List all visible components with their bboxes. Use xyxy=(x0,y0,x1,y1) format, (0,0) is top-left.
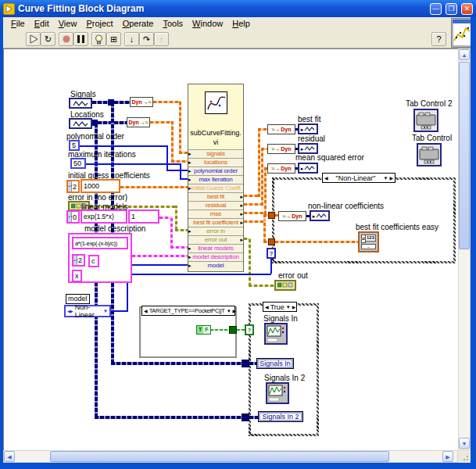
signals-in-chart-terminal[interactable] xyxy=(264,323,288,345)
case-selector-true[interactable]: ◀ True ▼ ▶ xyxy=(263,302,297,312)
scroll-down-button[interactable]: ▼ xyxy=(459,438,470,449)
subvi-row-best-fit[interactable]: best fit▸ xyxy=(188,192,243,201)
title-bar[interactable]: Curve Fitting Block Diagram — ❐ ✕ xyxy=(0,0,476,17)
subvi-row-model-description[interactable]: ▸model description xyxy=(188,252,243,261)
subvi-row-model[interactable]: ▸model xyxy=(188,261,243,270)
case-selector-terminal[interactable]: ? xyxy=(267,248,276,259)
vi-icon[interactable] xyxy=(451,18,473,48)
convert-from-dynamic-node[interactable]: Dyn→≈ xyxy=(130,97,153,107)
max-iterations-control[interactable]: 50 xyxy=(70,158,86,169)
scroll-up-button[interactable]: ▲ xyxy=(459,49,470,60)
pause-button[interactable] xyxy=(73,32,88,46)
best-fit-indicator[interactable]: ▸ xyxy=(298,124,318,134)
menu-help[interactable]: Help xyxy=(227,18,255,29)
convert-to-dynamic-node[interactable]: ≈→Dyn xyxy=(267,144,295,154)
prev-case-icon[interactable]: ◀ xyxy=(265,305,269,310)
model-description-variable[interactable]: x xyxy=(72,270,82,282)
mse-indicator[interactable]: ▸ xyxy=(298,163,318,174)
linear-models-element-2[interactable]: 1 xyxy=(128,209,159,224)
subvi-row-locations[interactable]: ▸locations xyxy=(188,158,243,166)
polynomial-order-control[interactable]: 5 xyxy=(69,140,80,151)
condition-dropdown-icon[interactable]: ▼ xyxy=(227,309,231,313)
tunnel-orange-2[interactable] xyxy=(268,238,275,245)
vertical-scroll-thumb[interactable] xyxy=(459,62,470,249)
next-case-icon[interactable]: ▶ xyxy=(389,176,393,181)
horizontal-scroll-thumb[interactable] xyxy=(50,451,389,462)
model-description-index[interactable]: ▲▼2 xyxy=(72,254,85,267)
step-into-button[interactable]: ↓ xyxy=(124,32,139,46)
context-help-button[interactable]: ? xyxy=(431,32,446,46)
convert-to-dynamic-node[interactable]: ≈→Dyn xyxy=(278,211,306,221)
nonlinear-coefficients-indicator[interactable]: ▸ xyxy=(310,210,330,221)
step-out-button[interactable]: ↑ xyxy=(154,32,169,46)
maximize-button[interactable]: ❐ xyxy=(446,3,457,15)
boolean-constant[interactable]: T F xyxy=(196,325,211,335)
prev-condition-icon[interactable]: ◀ xyxy=(144,309,148,313)
menu-project[interactable]: Project xyxy=(81,18,117,29)
convert-to-dynamic-node[interactable]: ≈→Dyn xyxy=(267,163,295,174)
locations-terminal[interactable] xyxy=(69,118,92,129)
tunnel-dyn-2[interactable] xyxy=(242,414,249,421)
retain-wire-values-button[interactable]: ⊞ xyxy=(106,32,121,46)
scroll-right-button[interactable]: ▶ xyxy=(442,451,453,462)
model-description-cluster[interactable]: a*(1-exp(-(x-b)/c)) ▲▼2 c x xyxy=(68,233,132,283)
signals-in-2-chart-terminal[interactable] xyxy=(266,382,289,404)
case-true-selector-terminal[interactable]: ? xyxy=(245,324,254,335)
ring-stepper-icon[interactable]: ◀▶ xyxy=(67,310,73,313)
run-button[interactable] xyxy=(26,32,41,46)
menu-tools[interactable]: Tools xyxy=(158,18,188,29)
error-out-indicator[interactable] xyxy=(274,280,296,291)
subvi-row-residual[interactable]: residual▸ xyxy=(188,201,243,209)
step-over-button[interactable]: ↷ xyxy=(139,32,154,46)
initial-guess-element[interactable]: 1000 xyxy=(81,179,120,193)
menu-file[interactable]: File xyxy=(6,18,30,29)
abort-button[interactable] xyxy=(59,32,73,46)
scroll-left-button[interactable]: ◀ xyxy=(4,451,15,462)
case-selector-nonlinear[interactable]: ◀ "Non-Linear" ▼ ▶ xyxy=(322,173,395,183)
prev-case-icon[interactable]: ◀ xyxy=(324,176,328,181)
signals-in-local-variable[interactable]: Signals In xyxy=(256,358,294,369)
menu-operate[interactable]: Operate xyxy=(118,18,159,29)
highlight-execution-button[interactable] xyxy=(91,32,106,46)
minimize-button[interactable]: — xyxy=(430,3,442,15)
model-ring-control[interactable]: ◀▶ Non-Linear ▼ xyxy=(64,305,111,317)
tunnel-dyn-1[interactable] xyxy=(242,360,249,367)
tunnel-orange-1[interactable] xyxy=(268,212,275,219)
next-case-icon[interactable]: ▶ xyxy=(292,305,296,310)
menu-edit[interactable]: Edit xyxy=(30,18,54,29)
close-button[interactable]: ✕ xyxy=(461,3,473,15)
resize-grip[interactable] xyxy=(458,450,471,463)
initial-guess-index[interactable]: ▲▼2 xyxy=(66,180,80,193)
subvi-row-best-fit-coefficient[interactable]: best fit coefficient▸ xyxy=(188,218,243,227)
menu-window[interactable]: Window xyxy=(188,18,227,29)
best-fit-coefficients-easy-indicator[interactable]: 123 ~ xyxy=(358,231,379,252)
tunnel-green[interactable] xyxy=(229,326,237,334)
convert-to-dynamic-node[interactable]: ≈→Dyn xyxy=(267,124,295,134)
subvi-row-error-out[interactable]: error out▸ xyxy=(188,235,243,244)
model-description-formula[interactable]: a*(1-exp(-(x-b)/c)) xyxy=(72,237,128,249)
case-dropdown-icon[interactable]: ▼ xyxy=(383,176,388,181)
subvi-row-max-iteration[interactable]: ▸max iteration xyxy=(188,175,243,184)
subvi-row-signals[interactable]: ▸signals xyxy=(188,149,243,158)
ring-dropdown-icon[interactable]: ▼ xyxy=(103,309,108,313)
next-condition-icon[interactable]: ▶ xyxy=(233,309,237,313)
case-dropdown-icon[interactable]: ▼ xyxy=(286,305,291,310)
linear-models-index[interactable]: ▲▼0 xyxy=(66,210,80,224)
conditional-selector[interactable]: ◀ TARGET_TYPE==PocketPC||T ▼ ▶ xyxy=(141,306,235,316)
linear-models-element-1[interactable]: exp(1.5*x) xyxy=(81,209,127,224)
subvi-row-initial-guess[interactable]: ▸Initial Guess Coeffi xyxy=(188,184,243,192)
residual-indicator[interactable]: ▸ xyxy=(298,143,318,154)
run-continuous-button[interactable]: ↻ xyxy=(41,32,55,46)
signals-terminal[interactable] xyxy=(69,98,92,109)
convert-from-dynamic-node[interactable]: Dyn→≈ xyxy=(127,117,150,127)
model-description-coeff[interactable]: c xyxy=(88,255,99,267)
subvi-row-polynomial-order[interactable]: ▸polynomial order xyxy=(188,166,243,175)
subvi-row-mse[interactable]: mse▸ xyxy=(188,209,243,218)
tab-control-terminal[interactable] xyxy=(417,143,442,166)
subvi-subcurvefitting[interactable]: subCurveFitting. vi ▸signals ▸locations … xyxy=(188,84,244,272)
subvi-row-linear-models[interactable]: ▸linear models xyxy=(188,244,243,252)
subvi-row-error-in[interactable]: ▸error in xyxy=(188,227,243,235)
signals-in-2-local-variable[interactable]: Signals In 2 xyxy=(258,411,303,422)
tab-control-2-terminal[interactable] xyxy=(413,109,438,132)
menu-view[interactable]: View xyxy=(54,18,82,29)
